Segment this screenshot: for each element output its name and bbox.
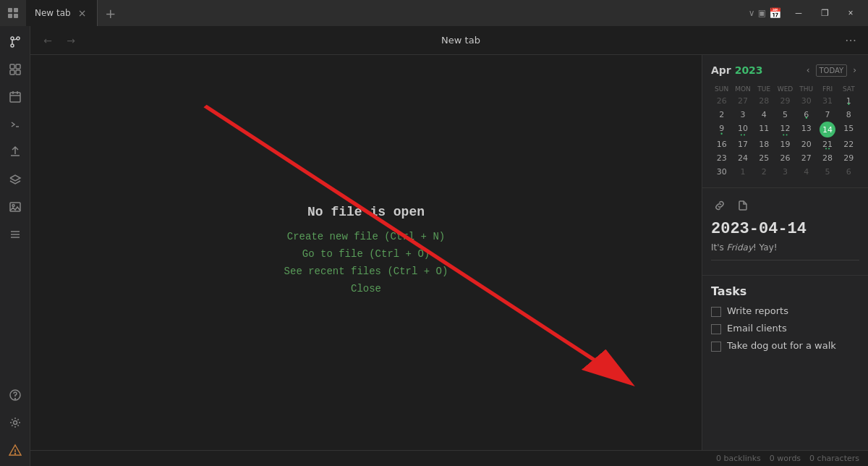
cal-day[interactable]: 20 xyxy=(796,137,817,151)
cal-day[interactable]: 2 xyxy=(711,108,732,122)
file-tool-button[interactable] xyxy=(734,197,752,214)
calendar-section: Apr 2023 ‹ TODAY › SUN MON xyxy=(702,55,868,188)
create-new-file-link[interactable]: Create new file (Ctrl + N) xyxy=(287,231,445,242)
svg-rect-10 xyxy=(16,70,20,75)
close-link[interactable]: Close xyxy=(351,283,381,295)
svg-rect-7 xyxy=(10,64,14,69)
back-button[interactable]: ← xyxy=(39,32,56,49)
sidebar-icon-image[interactable] xyxy=(2,194,28,220)
cal-day[interactable]: 22 xyxy=(838,137,859,151)
new-tab-button[interactable]: + xyxy=(101,3,121,23)
status-bar: 0 backlinks 0 words 0 characters xyxy=(30,450,868,466)
cal-day[interactable]: 15 xyxy=(838,122,859,137)
sidebar-icon-git[interactable] xyxy=(2,29,28,55)
cal-day[interactable]: 30 xyxy=(711,165,732,179)
cal-day[interactable]: 31 xyxy=(817,94,838,108)
cal-day[interactable]: 28 xyxy=(754,94,775,108)
cal-day[interactable]: 26 xyxy=(775,151,796,165)
cal-day[interactable]: 19 xyxy=(775,137,796,151)
sidebar-icon-terminal[interactable] xyxy=(2,111,28,137)
sidebar-icon-warning[interactable] xyxy=(2,437,28,463)
cal-day[interactable]: 21 xyxy=(817,137,838,151)
calendar-today-button[interactable]: TODAY xyxy=(816,64,848,77)
calendar-prev-button[interactable]: ‹ xyxy=(804,64,813,77)
cal-day[interactable]: 11 xyxy=(754,122,775,137)
svg-rect-8 xyxy=(16,64,20,69)
cal-dow-tue: TUE xyxy=(754,84,775,94)
cal-day[interactable]: 30 xyxy=(796,94,817,108)
sidebar-icon-help[interactable] xyxy=(2,382,28,408)
minimize-button[interactable]: ─ xyxy=(787,1,810,25)
cal-day[interactable]: 26 xyxy=(711,94,732,108)
tab-new-tab[interactable]: New tab × xyxy=(26,0,98,26)
sidebar-icon-layers[interactable] xyxy=(2,166,28,192)
daily-note-section: 2023-04-14 It's Friday! Yay! xyxy=(702,188,868,276)
cal-day[interactable]: 16 xyxy=(711,137,732,151)
cal-dow-mon: MON xyxy=(732,84,753,94)
sidebar-icon-list[interactable] xyxy=(2,221,28,247)
cal-day[interactable]: 29 xyxy=(838,151,859,165)
task-checkbox-2[interactable] xyxy=(711,324,721,334)
chevron-down-icon[interactable]: ∨ xyxy=(749,8,755,18)
cal-day[interactable]: 6 xyxy=(838,165,859,179)
daily-subtitle: It's Friday! Yay! xyxy=(711,242,859,253)
cal-week-1: 26 27 28 29 30 31 1 xyxy=(711,94,859,108)
svg-point-6 xyxy=(11,44,14,47)
sidebar-icon-upload[interactable] xyxy=(2,139,28,165)
cal-day[interactable]: 28 xyxy=(817,151,838,165)
cal-day[interactable]: 27 xyxy=(732,94,753,108)
cal-day[interactable]: 1 xyxy=(838,94,859,108)
cal-day[interactable]: 6 xyxy=(796,108,817,122)
cal-day[interactable]: 5 xyxy=(775,108,796,122)
sidebar-icon-grid[interactable] xyxy=(2,56,28,82)
see-recent-files-link[interactable]: See recent files (Ctrl + O) xyxy=(284,266,448,277)
calendar-month: Apr xyxy=(711,64,731,76)
cal-day[interactable]: 5 xyxy=(817,165,838,179)
cal-day[interactable]: 25 xyxy=(754,151,775,165)
link-tool-button[interactable] xyxy=(711,197,728,214)
cal-day[interactable]: 10 xyxy=(732,122,753,137)
calendar-year: 2023 xyxy=(735,64,763,76)
calendar-toolbar-icon[interactable]: 📅 xyxy=(769,7,781,19)
cal-day[interactable]: 3 xyxy=(775,165,796,179)
cal-day-today[interactable]: 14 xyxy=(820,122,835,137)
cal-dow-thu: THU xyxy=(796,84,817,94)
tab-close-button[interactable]: × xyxy=(77,7,88,19)
tasks-section: Tasks Write reports Email clients Take d… xyxy=(702,276,868,366)
sidebar-icon-settings[interactable] xyxy=(2,410,28,436)
task-item-3: Take dog out for a walk xyxy=(711,340,859,352)
cal-day[interactable]: 3 xyxy=(732,108,753,122)
close-window-button[interactable]: × xyxy=(839,1,862,25)
more-options-button[interactable]: ⋯ xyxy=(842,32,859,49)
cal-day[interactable]: 9 xyxy=(711,122,732,137)
cal-day[interactable]: 27 xyxy=(796,151,817,165)
cal-day[interactable]: 4 xyxy=(796,165,817,179)
restore-button[interactable]: ❐ xyxy=(813,1,836,25)
cal-day[interactable]: 29 xyxy=(775,94,796,108)
cal-day[interactable]: 7 xyxy=(817,108,838,122)
sidebar-icon-calendar[interactable] xyxy=(2,84,28,110)
cal-day[interactable]: 24 xyxy=(732,151,753,165)
cal-day[interactable]: 13 xyxy=(796,122,817,137)
nav-bar: ← → New tab ⋯ xyxy=(30,26,868,55)
svg-rect-2 xyxy=(8,14,12,18)
daily-date: 2023-04-14 xyxy=(711,220,859,238)
daily-toolbar xyxy=(711,197,859,214)
cal-day[interactable]: 12 xyxy=(775,122,796,137)
cal-day[interactable]: 8 xyxy=(838,108,859,122)
cal-day[interactable]: 4 xyxy=(754,108,775,122)
task-checkbox-1[interactable] xyxy=(711,307,721,317)
cal-day[interactable]: 18 xyxy=(754,137,775,151)
title-bar: New tab × + ∨ ▣ 📅 ─ ❐ × xyxy=(0,0,868,26)
cal-day[interactable]: 17 xyxy=(732,137,753,151)
cal-day[interactable]: 1 xyxy=(732,165,753,179)
calendar-next-button[interactable]: › xyxy=(850,64,859,77)
calendar-dow-row: SUN MON TUE WED THU FRI SAT xyxy=(711,84,859,94)
task-checkbox-3[interactable] xyxy=(711,342,721,352)
layout-icon[interactable]: ▣ xyxy=(758,8,766,18)
forward-button[interactable]: → xyxy=(62,32,80,49)
cal-day[interactable]: 23 xyxy=(711,151,732,165)
cal-day[interactable]: 2 xyxy=(754,165,775,179)
calendar-nav: ‹ TODAY › xyxy=(804,64,859,77)
go-to-file-link[interactable]: Go to file (Ctrl + O) xyxy=(302,248,430,260)
